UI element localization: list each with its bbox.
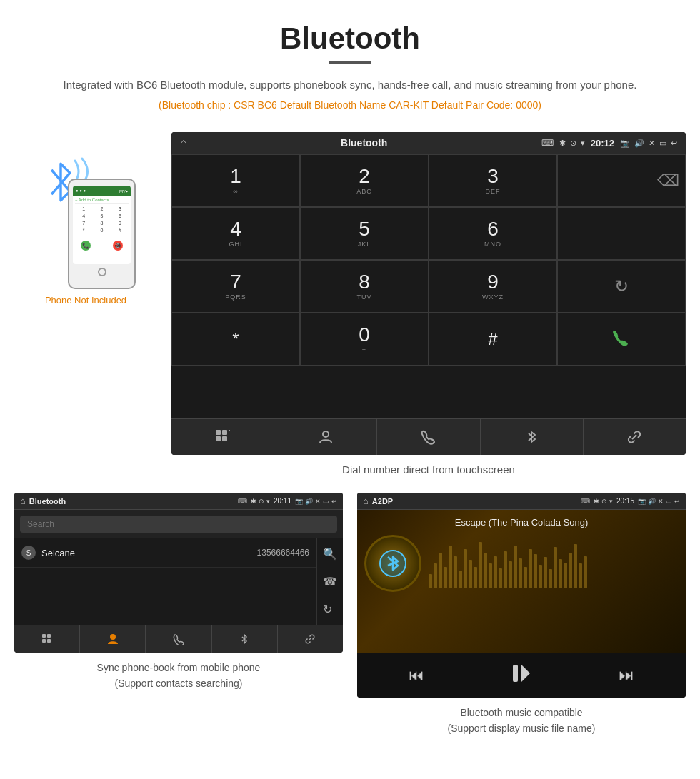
dial-key-5[interactable]: 5 JKL [300,207,429,260]
link-icon [626,429,642,445]
svg-rect-4 [229,430,230,431]
phonebook-back-icon[interactable]: ↩ [331,498,337,505]
pb-apps-icon [41,633,53,645]
car-screen: ⌂ Bluetooth ⌨ ✱ ⊙ ▾ 20:12 📷 🔊 ✕ ▭ ↩ [171,132,686,455]
phonebook-home-icon[interactable]: ⌂ [20,496,26,506]
toolbar-apps-button[interactable] [171,419,274,455]
search-bar-container [14,510,343,538]
close-icon[interactable]: ✕ [649,139,655,148]
music-main-area: Escape (The Pina Colada Song) [357,510,686,653]
music-close-icon[interactable]: ✕ [658,498,664,505]
search-input[interactable] [27,519,330,529]
dial-key-1[interactable]: 1 ∞ [171,154,300,207]
phone-key-9: 9 [111,220,129,226]
phone-icon [421,429,436,445]
play-pause-button[interactable] [510,662,533,689]
pb-toolbar-bt[interactable] [212,625,278,653]
phone-illustration: ● ● ● MY▸ + Add to Contacts 1 2 3 4 5 6 … [36,146,136,289]
album-art [364,535,421,592]
location-icon: ⊙ [570,139,576,148]
music-content [364,535,679,592]
screen-icon: ▭ [659,139,666,148]
phonebook-screen-icon: ▭ [323,498,329,505]
dial-key-star[interactable]: * [171,313,300,366]
toolbar-phone-button[interactable] [377,419,480,455]
music-time: 20:15 [616,497,634,505]
music-home-icon[interactable]: ⌂ [363,496,369,506]
pb-toolbar-link[interactable] [278,625,343,653]
phone-home-button [98,268,106,276]
next-button[interactable]: ⏭ [619,666,634,685]
reload-button[interactable]: ↻ [557,260,686,313]
svg-rect-9 [47,639,51,643]
contact-number: 13566664466 [257,548,309,558]
bluetooth-toolbar-icon [524,429,539,445]
music-visualizer [429,538,679,588]
back-icon[interactable]: ↩ [671,139,677,148]
svg-rect-8 [42,639,46,643]
phone-key-8: 8 [93,220,110,226]
dial-key-6[interactable]: 6 MNO [429,207,557,260]
contact-row-seicane[interactable]: S Seicane 13566664466 [14,538,316,568]
svg-rect-3 [222,436,227,441]
page-header: Bluetooth Integrated with BC6 Bluetooth … [0,0,700,132]
volume-icon: 🔊 [634,139,644,148]
car-screen-main: ⌂ Bluetooth ⌨ ✱ ⊙ ▾ 20:12 📷 🔊 ✕ ▭ ↩ [171,132,686,493]
dial-pad: 1 ∞ 2 ABC 3 DEF ⌫ 4 GHI [171,154,686,418]
phone-key-1: 1 [75,206,92,212]
wifi-icon: ▾ [581,139,585,148]
bottom-toolbar [171,418,686,455]
toolbar-bluetooth-button[interactable] [481,419,584,455]
refresh-side-icon[interactable]: ↻ [323,603,337,616]
music-screenshot-item: ⌂ A2DP ⌨ ✱ ⊙ ▾ 20:15 📷 🔊 ✕ ▭ ↩ [357,493,686,737]
phonebook-close-icon[interactable]: ✕ [315,498,321,505]
toolbar-link-button[interactable] [584,419,686,455]
dial-key-3[interactable]: 3 DEF [429,154,557,207]
status-bar: ⌂ Bluetooth ⌨ ✱ ⊙ ▾ 20:12 📷 🔊 ✕ ▭ ↩ [171,132,686,154]
phone-key-hash: # [111,227,129,233]
home-icon[interactable]: ⌂ [180,136,187,149]
apps-grid-icon [215,429,231,445]
dial-key-7[interactable]: 7 PQRS [171,260,300,313]
phone-end-button: 📵 [113,241,123,251]
phonebook-vol-icon: 🔊 [305,498,313,505]
pb-toolbar-contact[interactable] [80,625,146,653]
svg-rect-6 [42,634,46,638]
dial-key-hash[interactable]: # [429,313,557,366]
toolbar-contact-button[interactable] [274,419,377,455]
pb-bt-icon [239,633,250,645]
phonebook-bottom-toolbar [14,625,343,653]
bottom-screenshots: ⌂ Bluetooth ⌨ ✱ ⊙ ▾ 20:11 📷 🔊 ✕ ▭ ↩ [0,493,700,758]
dial-key-8[interactable]: 8 TUV [300,260,429,313]
dial-key-2[interactable]: 2 ABC [300,154,429,207]
search-side-icon[interactable]: 🔍 [323,547,337,561]
call-side-icon[interactable]: ☎ [323,575,337,588]
phone-key-2: 2 [93,206,110,212]
phonebook-loc-icon: ⊙ [259,498,264,505]
phone-screen: ● ● ● MY▸ + Add to Contacts 1 2 3 4 5 6 … [73,186,131,264]
contact-name: Seicane [41,548,257,558]
prev-button[interactable]: ⏮ [409,666,424,685]
music-caption: Bluetooth music compatible(Support displ… [448,705,596,737]
dial-key-4[interactable]: 4 GHI [171,207,300,260]
person-icon [318,429,334,445]
dial-key-0[interactable]: 0 + [300,313,429,366]
pb-toolbar-phone[interactable] [146,625,211,653]
music-caption-text: Bluetooth music compatible(Support displ… [448,707,596,734]
phone-key-3: 3 [111,206,129,212]
phone-keypad-grid: 1 2 3 4 5 6 7 8 9 * 0 # [75,206,129,233]
svg-rect-1 [222,430,227,435]
pb-toolbar-apps[interactable] [14,625,80,653]
pb-person-icon [106,633,119,645]
music-back-icon[interactable]: ↩ [674,498,680,505]
music-status-bar: ⌂ A2DP ⌨ ✱ ⊙ ▾ 20:15 📷 🔊 ✕ ▭ ↩ [357,493,686,510]
phone-section: ● ● ● MY▸ + Add to Contacts 1 2 3 4 5 6 … [14,132,157,306]
display-row-2 [557,207,686,260]
song-title: Escape (The Pina Colada Song) [364,517,679,528]
backspace-button[interactable]: ⌫ [657,171,679,190]
music-screen: ⌂ A2DP ⌨ ✱ ⊙ ▾ 20:15 📷 🔊 ✕ ▭ ↩ [357,493,686,698]
dial-key-9[interactable]: 9 WXYZ [429,260,557,313]
call-green-button[interactable] [557,313,686,366]
music-note-icon [379,549,407,578]
svg-point-10 [110,634,116,640]
